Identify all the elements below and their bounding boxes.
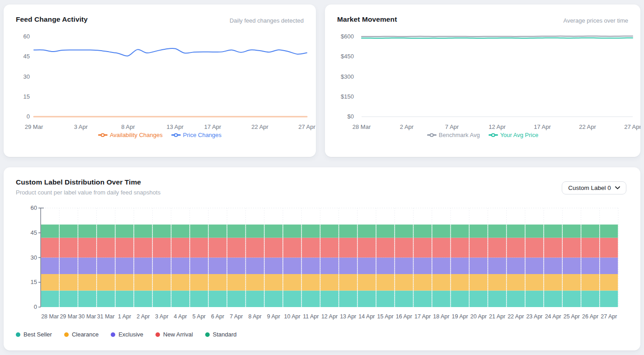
bar-segment-best-seller: [97, 291, 115, 308]
bar-segment-best-seller: [488, 291, 506, 308]
bar-segment-best-seller: [227, 291, 245, 308]
bar-segment-best-seller: [209, 291, 227, 308]
card-title: Custom Label Distribution Over Time: [16, 178, 141, 186]
bar-segment-exclusive: [526, 258, 544, 275]
bar-segment-new-arrival: [414, 238, 432, 258]
legend-line-icon: [98, 133, 108, 137]
card-subtitle: Product count per label value from daily…: [16, 189, 160, 196]
custom-label-select[interactable]: Custom Label 0: [562, 181, 626, 194]
bar-segment-clearance: [97, 274, 115, 291]
x-axis-label: 22 Apr: [573, 123, 602, 131]
bar-segment-standard: [60, 225, 78, 238]
legend-dot-mark: [205, 332, 210, 337]
bar-segment-clearance: [78, 274, 96, 291]
feed-change-activity-card: Feed Change Activity Daily feed changes …: [4, 5, 316, 157]
x-axis-label: 3 Apr: [66, 123, 95, 131]
legend-item-price-changes[interactable]: Price Changes: [171, 132, 221, 138]
x-axis-label: 27 Apr: [597, 313, 620, 320]
bar-segment-clearance: [283, 274, 301, 291]
bar-segment-new-arrival: [227, 238, 245, 258]
bar-segment-exclusive: [246, 258, 264, 275]
legend-dot-mark: [174, 133, 178, 137]
feed-change-activity-plot: [34, 34, 307, 119]
bar-segment-standard: [209, 225, 227, 238]
custom-label-distribution-card: Custom Label Distribution Over Time Prod…: [4, 167, 640, 350]
legend-item-availability-changes[interactable]: Availability Changes: [98, 132, 163, 138]
bar-segment-exclusive: [339, 258, 357, 275]
bar-segment-standard: [358, 225, 376, 238]
chart-legend: Best SellerClearanceExclusiveNew Arrival…: [16, 331, 237, 338]
x-axis-label: 27 Apr: [292, 123, 316, 131]
bar-segment-standard: [246, 225, 264, 238]
bar-segment-standard: [451, 225, 469, 238]
bar-segment-exclusive: [116, 258, 134, 275]
bar-segment-best-seller: [339, 291, 357, 308]
bar-segment-best-seller: [526, 291, 544, 308]
card-title: Market Movement: [337, 15, 397, 24]
dashboard-page: Feed Change Activity Daily feed changes …: [0, 0, 644, 355]
bar-segment-clearance: [116, 274, 134, 291]
bar-segment-best-seller: [264, 291, 282, 308]
bar-segment-best-seller: [134, 291, 152, 308]
bar-segment-exclusive: [190, 258, 208, 275]
y-axis-tick-label: 30: [21, 254, 37, 262]
legend-dot-mark: [430, 133, 434, 137]
bar-segment-clearance: [414, 274, 432, 291]
bar-segment-clearance: [153, 274, 171, 291]
legend-label: Exclusive: [118, 331, 143, 338]
bar-segment-standard: [544, 225, 562, 238]
market-movement-card: Market Movement Average prices over time…: [325, 5, 640, 157]
bar-segment-new-arrival: [544, 238, 562, 258]
legend-item-benchmark-avg[interactable]: Benchmark Avg: [427, 132, 480, 138]
legend-item-standard[interactable]: Standard: [205, 331, 237, 338]
bar-segment-clearance: [227, 274, 245, 291]
bar-segment-clearance: [563, 274, 581, 291]
bar-segment-new-arrival: [507, 238, 525, 258]
bar-segment-clearance: [395, 274, 413, 291]
bar-segment-clearance: [581, 274, 599, 291]
bar-segment-standard: [581, 225, 599, 238]
bar-segment-clearance: [488, 274, 506, 291]
bar-segment-exclusive: [507, 258, 525, 275]
bar-segment-new-arrival: [209, 238, 227, 258]
bar-segment-exclusive: [302, 258, 320, 275]
legend-item-clearance[interactable]: Clearance: [64, 331, 99, 338]
legend-item-exclusive[interactable]: Exclusive: [111, 331, 143, 338]
bar-segment-clearance: [432, 274, 450, 291]
x-axis-label: 13 Apr: [160, 123, 189, 131]
bar-segment-exclusive: [581, 258, 599, 275]
bar-segment-new-arrival: [526, 238, 544, 258]
chevron-down-icon: [615, 186, 620, 189]
legend-item-best-seller[interactable]: Best Seller: [16, 331, 52, 338]
bar-segment-exclusive: [544, 258, 562, 275]
bar-segment-best-seller: [60, 291, 78, 308]
bar-segment-best-seller: [320, 291, 338, 308]
bar-segment-new-arrival: [264, 238, 282, 258]
custom-label-select-value: Custom Label 0: [568, 185, 611, 191]
bar-segment-exclusive: [227, 258, 245, 275]
bar-segment-clearance: [544, 274, 562, 291]
bar-segment-exclusive: [60, 258, 78, 275]
bar-segment-best-seller: [581, 291, 599, 308]
bar-segment-clearance: [600, 274, 618, 291]
legend-label: Benchmark Avg: [439, 132, 480, 138]
bar-segment-standard: [302, 225, 320, 238]
x-axis-label: 12 Apr: [483, 123, 512, 131]
bar-segment-clearance: [302, 274, 320, 291]
bar-segment-new-arrival: [41, 238, 59, 258]
bar-segment-exclusive: [78, 258, 96, 275]
bar-segment-best-seller: [432, 291, 450, 308]
bar-segment-best-seller: [41, 291, 59, 308]
bar-segment-new-arrival: [60, 238, 78, 258]
bar-segment-new-arrival: [302, 238, 320, 258]
bar-segment-new-arrival: [116, 238, 134, 258]
bar-segment-exclusive: [451, 258, 469, 275]
bar-segment-new-arrival: [488, 238, 506, 258]
bar-segment-new-arrival: [432, 238, 450, 258]
bar-segment-clearance: [246, 274, 264, 291]
legend-item-new-arrival[interactable]: New Arrival: [155, 331, 193, 338]
bar-segment-clearance: [264, 274, 282, 291]
bar-segment-clearance: [60, 274, 78, 291]
legend-item-your-avg-price[interactable]: Your Avg Price: [489, 132, 539, 138]
series-line-your-avg-price: [362, 38, 633, 38]
